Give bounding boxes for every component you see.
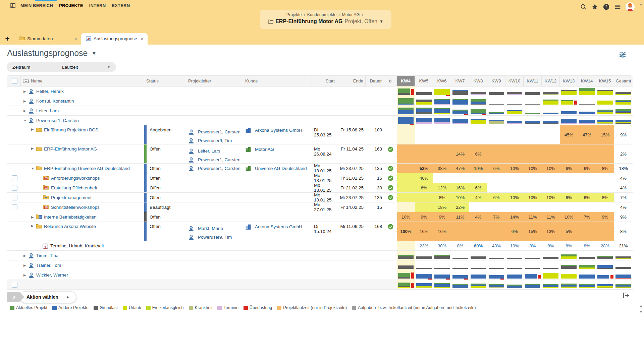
nav-item-mein-bereich[interactable]: MEIN BEREICH [20,3,53,8]
bar-segment-k [597,288,613,288]
row-name-link[interactable]: Poweruser1, Carsten [36,118,79,123]
row-name-link[interactable]: ERP-Einführung Motor AG [44,146,97,152]
row-name-link[interactable]: Trainer, Tom [36,263,61,268]
expand-arrow-icon[interactable]: ▶ [23,89,28,93]
expand-arrow-icon[interactable]: ▶ [31,224,36,228]
customer-link[interactable]: Arkona Systems GmbH [255,128,302,133]
close-tab-icon[interactable]: × [141,36,144,42]
scroll-up-icon[interactable]: ▲ [639,304,643,308]
project-leader-link[interactable]: Markt, Mario [198,226,223,231]
row-name-link[interactable]: Relaunch Arkona Website [44,224,96,229]
row-checkbox[interactable] [12,195,17,200]
row-name-link[interactable]: Leiter, Lars [36,108,59,113]
row-checkbox[interactable] [12,175,17,181]
scroll-down-icon[interactable]: ▼ [639,310,643,314]
utilization-bar-cell [469,116,487,125]
bar-segment-u [507,111,522,114]
row-checkbox[interactable] [12,282,17,288]
project-leader-link[interactable]: Leiter, Lars [198,148,220,154]
nav-item-intern[interactable]: INTERN [89,3,106,8]
view-settings-icon[interactable] [619,51,627,59]
status-cell: Angeboten [144,125,186,144]
export-icon[interactable] [622,292,630,299]
tab-stammdaten[interactable]: Stammdaten × [15,33,81,45]
done-cell [384,183,397,192]
utilization-value: 18% [433,202,451,212]
project-leader-link[interactable]: Poweruser1, Carsten [198,166,240,171]
choose-action-button[interactable]: Aktion wählen ▲ [19,291,76,303]
breadcrumb-item[interactable]: Projekte [286,12,302,17]
stacked-bar [507,251,522,260]
breadcrumb-item[interactable]: Kundenprojekte [307,12,337,17]
expand-arrow-icon[interactable]: ▶ [23,109,28,113]
duration-cell: 135 [366,164,384,173]
company-icon [245,166,251,171]
customer-link[interactable]: Arkona Systems GmbH [255,224,302,229]
project-leader-link[interactable]: Poweruser9, Tim [198,235,232,240]
expand-arrow-icon[interactable]: ▶ [31,215,36,219]
week-header-kw6: KW6 [433,76,451,86]
expand-arrow-icon[interactable]: ▼ [23,119,28,122]
customer-link[interactable]: Universe AG Deutschland [255,166,307,171]
end-date-cell: Fr 31.01.25 [337,173,366,183]
add-tab-button[interactable]: + [0,35,15,45]
search-icon[interactable] [580,3,587,10]
row-name-link[interactable]: Projektmanagement [51,195,92,200]
bar-segment-k [615,123,631,124]
expand-arrow-icon[interactable]: ▶ [23,273,28,277]
customer-cell: Arkona Systems GmbH [243,125,312,144]
stacked-bar [615,280,631,289]
row-name-cell: ▶Wickler, Werner [21,270,144,280]
utilization-bar-cell [524,116,542,125]
breadcrumb-item[interactable]: Motor AG [342,12,360,17]
row-name-link[interactable]: Interne Betriebstätigkeiten [44,215,97,220]
project-leader-link[interactable]: Poweruser1, Carsten [198,157,240,162]
utilization-bar-cell [505,86,524,96]
project-leader-link[interactable]: Poweruser1, Carsten [198,129,240,134]
nav-item-extern[interactable]: EXTERN [112,3,130,8]
period-filter-dropdown[interactable]: Zeitraum Laufzeit ▼ [7,62,116,72]
row-name-link[interactable]: Helfer, Henrik [36,89,64,94]
expand-arrow-icon[interactable]: ▶ [31,127,36,131]
expand-arrow-icon[interactable]: ▶ [31,146,36,150]
stacked-bar [452,106,468,115]
utilization-chart-cells [397,270,633,280]
bar-segment-g [579,88,595,91]
menu-icon[interactable] [614,3,621,10]
star-icon[interactable] [591,3,598,10]
customer-link[interactable]: Motor AG [255,147,274,152]
person-row: ▶Leiter, Lars [7,106,633,116]
row-name-cell: ▶Helfer, Henrik [21,86,144,96]
row-name-link[interactable]: Einführung Projektron BCS [44,127,98,132]
select-all-checkbox[interactable] [12,78,17,84]
row-name-link[interactable]: Erstellung Pflichtenheft [51,185,97,190]
row-name-link[interactable]: ERP-Einführung Universe AG Deutschland [44,166,130,171]
row-name-link[interactable]: Anforderungsworkshops [51,176,100,181]
row-name-link[interactable]: Timm, Tina [36,253,58,258]
expand-arrow-icon[interactable]: ▶ [23,99,28,103]
row-name-link[interactable]: Wickler, Werner [36,273,68,278]
stacked-bar [416,106,432,115]
close-tab-icon[interactable]: × [74,36,77,42]
project-leader-link[interactable]: Poweruser9, Tim [198,138,232,143]
chevron-down-icon[interactable]: ▼ [92,51,96,56]
nav-item-projekte[interactable]: PROJEKTE [59,3,83,8]
current-project-title[interactable]: ERP-Einführung Motor AG Projekt, Offen ▼ [260,18,391,24]
chevron-down-icon[interactable]: ▼ [379,19,383,24]
utilization-value [560,202,578,212]
row-checkbox[interactable] [12,204,17,210]
row-name-link[interactable]: Konsul, Konstantin [36,99,74,104]
project-row: ▶Relaunch Arkona WebsiteOffenMarkt, Mari… [7,222,633,241]
expand-arrow-icon[interactable]: ▶ [23,254,28,257]
utilization-chart-cells: 23%30%8%60%43%10%8%8%8%8%28%21% [397,241,633,250]
avatar[interactable] [626,2,635,11]
row-checkbox[interactable] [12,185,17,191]
tab-auslastungsprognose[interactable]: Auslastungsprognose × [81,33,148,45]
help-icon[interactable]: ? [603,3,610,10]
expand-arrow-icon[interactable]: ▶ [23,263,28,267]
utilization-bar-cell [524,251,542,260]
legend-color-swatch [52,306,57,310]
expand-arrow-icon[interactable]: ▼ [31,167,36,170]
scroll-up-icon[interactable]: ▲ [639,2,643,6]
row-name-link[interactable]: Schnittstellenworkshops [51,205,100,210]
